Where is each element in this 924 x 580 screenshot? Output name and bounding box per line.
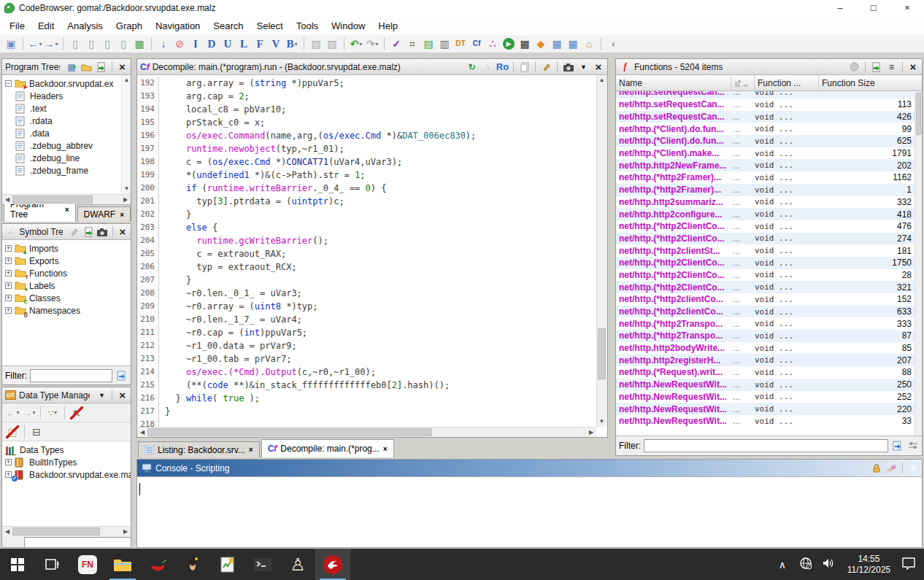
code-line[interactable]: 204 runtime.gcWriteBarrier(); [137, 234, 596, 247]
menu-window[interactable]: Window [325, 18, 371, 34]
symbol-tree-item-exports[interactable]: +Exports [5, 255, 131, 267]
code-line[interactable]: 209 ~r0.array = (uint8 *)typ; [137, 300, 596, 313]
tree-item[interactable]: .zdebug_line [5, 152, 131, 164]
panel-menu-caret-icon[interactable]: ▼ [96, 389, 107, 401]
tab-close-icon[interactable]: × [383, 445, 388, 453]
menu-tools[interactable]: Tools [290, 18, 325, 34]
function-row[interactable]: net/http.(*Request).writ......void ...88 [616, 366, 922, 379]
column-name[interactable]: Name [616, 75, 731, 90]
edit-pencil-icon[interactable] [69, 225, 80, 238]
audio-icon[interactable]: ◖ [606, 36, 620, 51]
table-add-icon[interactable]: ▦ [566, 36, 580, 51]
expand-icon[interactable]: + [5, 471, 12, 478]
redo-icon[interactable]: ↷▾ [365, 36, 380, 51]
functions-vscrollbar[interactable] [915, 91, 922, 436]
code-line[interactable]: 192 arg.array = (string *)ppuVar5; [137, 77, 596, 90]
symbol-tree-item-classes[interactable]: +CClasses [5, 292, 131, 304]
menu-edit[interactable]: Edit [31, 18, 61, 34]
memory-snapshot-icon[interactable]: ▦ [132, 36, 147, 51]
function-row[interactable]: net/http.(*http2clientCo......void ...63… [616, 306, 922, 318]
decompiled-code[interactable]: 192 arg.array = (string *)ppuVar5;193 ar… [137, 77, 596, 427]
tab-close-icon[interactable]: × [249, 446, 253, 454]
refresh-icon[interactable]: ↻ [466, 61, 478, 73]
code-line[interactable]: 195 prStack_c0 = x; [137, 116, 596, 129]
code-line[interactable]: 211 ~r0.cap = (int)ppuVar5; [137, 326, 596, 339]
table-view-icon[interactable]: ▦ [550, 36, 564, 51]
function-row[interactable]: net/http.(*http2ClientCo......void ...28 [616, 269, 922, 282]
code-line[interactable]: 205 c = extraout_RAX; [137, 247, 596, 260]
expand-icon[interactable]: + [5, 459, 12, 465]
dtm-hscrollbar[interactable]: ◀▶ [2, 526, 131, 536]
edit-structure-icon[interactable]: ▨ [325, 36, 339, 51]
expand-icon[interactable]: + [5, 282, 12, 289]
edit-pencil-icon[interactable] [540, 61, 553, 73]
tree-root-item[interactable]: −➤Backdoor.srvupdat.ex [5, 77, 131, 90]
data-type-manager-icon[interactable]: DT [453, 36, 468, 51]
data-type-manager-close-icon[interactable]: × [117, 389, 128, 401]
save-icon[interactable]: ▣ [4, 36, 18, 51]
scroll-lock-icon[interactable] [870, 462, 882, 474]
notes-app-button[interactable] [210, 549, 245, 580]
validate-check-icon[interactable]: ✓ [389, 36, 404, 51]
symbol-tree-item-namespaces[interactable]: +()Namespaces [5, 304, 131, 317]
function-row[interactable]: net/http.(*http2Transpo......void ...87 [616, 330, 922, 342]
function-row[interactable]: net/http.NewRequestWit......void ...252 [616, 391, 922, 403]
code-line[interactable]: 193 arg.cap = 2; [137, 90, 596, 103]
file-explorer-button[interactable] [105, 549, 140, 580]
network-globe-icon[interactable] [795, 557, 817, 572]
function-row[interactable]: net/http.http2bodyWrite......void ...85 [616, 342, 922, 355]
datatype-I-icon[interactable]: I [188, 36, 203, 51]
symbol-tree-item-imports[interactable]: +▲Imports [5, 242, 131, 255]
datatype-F-icon[interactable]: F [253, 36, 267, 51]
dtm-pointer-filter-icon[interactable]: ↖ [69, 406, 84, 420]
expand-icon[interactable]: + [5, 258, 12, 264]
code-line[interactable]: 198 c = (os/exec.Cmd *)CONCAT71(uVar4,uV… [137, 155, 596, 169]
tab-close-icon[interactable]: × [65, 206, 69, 214]
datatype-D-icon[interactable]: D [204, 36, 219, 51]
sweep-icon[interactable]: ⌂ [582, 36, 596, 51]
code-line[interactable]: 215 (**(code **)&in_stack_fffffffffffffe… [137, 379, 596, 392]
filter-options-icon[interactable] [115, 369, 128, 382]
program-page4-icon[interactable]: ▯ [116, 36, 131, 51]
dtm-collapse-all-icon[interactable]: ⊟ [29, 425, 44, 439]
program-page3-icon[interactable]: ▯ [100, 36, 115, 51]
program-page2-icon[interactable]: ▯ [84, 36, 99, 51]
program-tree-tab-dwarf[interactable]: DWARF× [77, 206, 131, 222]
tab-close-icon[interactable]: × [120, 211, 124, 219]
function-row[interactable]: net/http.(*Client).make......void ...179… [616, 147, 922, 160]
console-close-icon[interactable]: × [907, 462, 919, 474]
function-row[interactable]: net/http.(*http2ClientCo......void ...47… [616, 220, 922, 233]
action-center-icon[interactable] [898, 557, 920, 572]
function-row[interactable]: net/http.(*http2ClientCo......void ...32… [616, 281, 922, 293]
clear-code-icon[interactable]: ⊘ [172, 36, 187, 51]
panel-menu-caret-icon[interactable]: ▼ [577, 61, 590, 73]
program-page-icon[interactable]: ▯ [68, 36, 82, 51]
start-button[interactable] [0, 549, 35, 580]
volume-icon[interactable] [818, 557, 840, 571]
disassemble-icon[interactable]: ↓ [156, 36, 171, 51]
code-line[interactable]: 206 typ = extraout_RCX; [137, 260, 596, 274]
collapse-expander-icon[interactable]: − [5, 80, 12, 87]
menu-select[interactable]: Select [250, 18, 290, 34]
dtm-hierarchy-icon[interactable]: ∵▾ [45, 406, 60, 420]
code-line[interactable]: 196 os/exec.Command(name,arg,(os/exec.Cm… [137, 129, 596, 142]
symbol-tree-close-icon[interactable]: × [118, 225, 128, 238]
pepper-app-button[interactable] [140, 549, 175, 580]
run-script-icon[interactable]: ▶ [501, 36, 516, 51]
tree-item[interactable]: .text [5, 102, 131, 115]
copy-icon[interactable] [518, 61, 531, 73]
code-line[interactable]: 213 ~r1_00.tab = prVar7; [137, 352, 596, 366]
menu-file[interactable]: File [3, 18, 31, 34]
column-location[interactable]: .. [731, 75, 755, 90]
dtm-forward-icon[interactable]: →▾ [21, 406, 36, 420]
code-line[interactable]: 203 else { [137, 221, 596, 234]
code-line[interactable]: 200 if (runtime.writeBarrier._0_4_ == 0)… [137, 182, 596, 195]
ghidra-app-button[interactable] [315, 549, 350, 580]
function-row[interactable]: net/http.setRequestCan......void ... [616, 91, 922, 98]
tree-item[interactable]: .zdebug_frame [5, 164, 131, 177]
diamond-icon[interactable]: ◆ [534, 36, 548, 51]
doc-tab-listing[interactable]: Listing: Backdoor.srv...× [138, 441, 260, 457]
program-trees-close-icon[interactable]: × [117, 61, 128, 73]
function-row[interactable]: net/http.setRequestCan......void ...426 [616, 111, 922, 123]
code-line[interactable]: 216 } while( true ); [137, 392, 596, 405]
